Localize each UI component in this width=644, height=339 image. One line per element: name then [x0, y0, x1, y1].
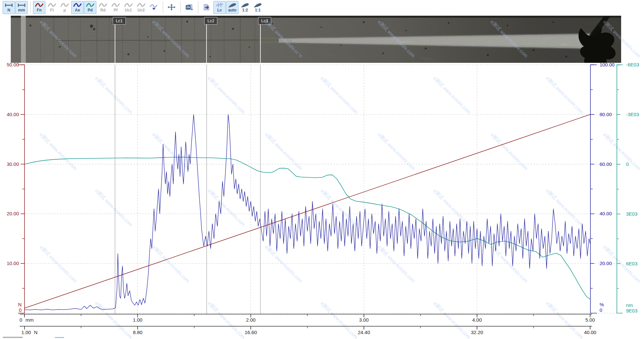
- toolbar-button-label: N: [8, 8, 10, 12]
- micrograph-image: [11, 16, 621, 63]
- toolbar-button-label: Ae: [75, 8, 80, 12]
- x-axis-distance-mm: 0mm1.002.003.004.005.00: [20, 314, 595, 323]
- svg-text:0: 0: [20, 317, 22, 323]
- toolbar-separator: [180, 1, 181, 13]
- svg-text:1.00: 1.00: [21, 330, 31, 335]
- toolbar-button-signal-fn[interactable]: Fn: [33, 1, 45, 14]
- toolbar-button-signal-ae[interactable]: Ae: [71, 1, 84, 14]
- toolbar-button-label: 1:1: [255, 8, 260, 12]
- stylus-icon: [254, 2, 262, 9]
- svg-text:0: 0: [626, 161, 629, 167]
- lc-marker-label-lc3[interactable]: Lc3: [258, 17, 271, 25]
- wave-icon: [60, 2, 69, 9]
- toolbar-button-chart-copy[interactable]: [183, 1, 195, 14]
- stylus-icon: [241, 2, 249, 9]
- toolbar-button-unit-n[interactable]: N: [3, 1, 15, 14]
- svg-text:mm: mm: [25, 317, 34, 323]
- svg-text:-3E03: -3E03: [626, 112, 639, 117]
- toolbar-button-signal-uc1[interactable]: Uc1: [122, 1, 135, 14]
- series-fn: [25, 115, 590, 308]
- svg-text:3E03: 3E03: [626, 211, 637, 217]
- svg-text:0: 0: [19, 307, 22, 313]
- toolbar-button-lc-markers[interactable]: Lc: [213, 1, 226, 14]
- toolbar-button-pan[interactable]: [165, 1, 178, 14]
- svg-text:60.00: 60.00: [600, 161, 612, 167]
- watermark-text: e测试 www.eceshi.com: [545, 188, 585, 228]
- toolbar-button-zoom-1-2[interactable]: 1:2: [239, 1, 251, 14]
- svg-text:4.00: 4.00: [472, 317, 482, 323]
- svg-text:8.80: 8.80: [133, 330, 142, 335]
- toolbar-button-export[interactable]: [201, 1, 213, 14]
- toolbar-button-label: μ: [63, 8, 66, 12]
- watermark-text: e测试 www.eceshi.com: [94, 75, 134, 115]
- svg-text:-6E03: -6E03: [626, 62, 639, 67]
- lc-marker-line-lc3[interactable]: [260, 24, 261, 63]
- toolbar-button-label: Uc2: [138, 8, 145, 12]
- watermark-text: e测试 www.eceshi.com: [376, 132, 416, 171]
- watermark-text: e测试 www.eceshi.com: [151, 132, 191, 171]
- series-pd: [25, 157, 590, 299]
- watermark-text: e测试 www.eceshi.com: [94, 300, 134, 339]
- svg-text:20.00: 20.00: [600, 260, 612, 266]
- toolbar-button-signal-mu[interactable]: μ: [58, 1, 71, 14]
- toolbar-button-label: Fn: [37, 8, 42, 12]
- toolbar-button-signal-select[interactable]: [148, 1, 160, 14]
- toolbar-button-label: Lc: [217, 8, 222, 12]
- watermark-text: e测试 www.eceshi.com: [151, 244, 191, 284]
- wave-icon: [73, 2, 82, 9]
- toolbar-button-signal-pf[interactable]: Pf: [109, 1, 122, 14]
- chart-copy-icon: [185, 4, 193, 10]
- toolbar-button-signal-ft[interactable]: Ft: [46, 1, 58, 14]
- svg-text:1.00: 1.00: [133, 317, 142, 323]
- watermark-text: e测试 www.eceshi.com: [489, 244, 529, 284]
- toolbar-button-label: Pd: [88, 8, 92, 12]
- pan-icon: [167, 4, 176, 10]
- watermark-text: e测试 www.eceshi.com: [264, 132, 304, 171]
- y-axis-right-percent: 100.0080.0060.0040.0020.00%0: [590, 62, 615, 313]
- toolbar-separator: [30, 1, 31, 13]
- horizontal-scrollbar-thumb[interactable]: [3, 337, 23, 338]
- svg-text:40.00: 40.00: [584, 330, 596, 335]
- toolbar-button-label: 1:2: [242, 8, 248, 12]
- toolbar-button-label: Pf: [114, 8, 118, 12]
- ruler-icon: [17, 2, 26, 9]
- toolbar: NmmFnFtμAePdRdPfUc1Uc2Lcauto1:21:1: [0, 0, 644, 15]
- toolbar-button-signal-uc2[interactable]: Uc2: [135, 1, 147, 14]
- export-icon: [203, 4, 211, 10]
- watermark-text: e测试 www.eceshi.com: [319, 188, 359, 228]
- svg-text:6E03: 6E03: [626, 261, 637, 266]
- wave-icon: [124, 2, 133, 9]
- svg-text:nm: nm: [626, 302, 633, 308]
- toolbar-button-signal-rd[interactable]: Rd: [97, 1, 109, 14]
- lc-critical-load-lines[interactable]: [115, 65, 260, 314]
- watermark-text: e测试 www.eceshi.com: [206, 75, 246, 115]
- x-axis-normal-force-n: 1.00N8.8016.6024.4032.2040.00: [20, 326, 596, 335]
- toolbar-button-zoom-auto[interactable]: auto: [226, 1, 239, 14]
- watermark-text: e测试 www.eceshi.com: [432, 75, 472, 115]
- wave-icon: [137, 2, 145, 9]
- svg-text:2.00: 2.00: [246, 317, 256, 323]
- svg-text:20.00: 20.00: [7, 211, 19, 216]
- lc-marker-label-lc1[interactable]: Lc1: [113, 17, 126, 25]
- toolbar-separator: [198, 1, 198, 13]
- svg-text:0: 0: [600, 307, 602, 313]
- wave-caret-icon: [150, 4, 158, 10]
- svg-text:N: N: [34, 330, 38, 335]
- watermark-text: e测试 www.eceshi.com: [38, 132, 78, 171]
- scratch-micrograph-panorama: Lc1Lc2Lc3: [11, 16, 621, 63]
- toolbar-button-unit-mm[interactable]: mm: [15, 1, 28, 14]
- lc-marker-line-lc1[interactable]: [115, 24, 115, 63]
- wave-icon: [86, 2, 94, 9]
- svg-text:80.00: 80.00: [600, 112, 612, 117]
- watermark-text: e测试 www.eceshi.com: [376, 244, 416, 284]
- lc-marker-label-lc2[interactable]: Lc2: [204, 17, 217, 25]
- wave-icon: [99, 2, 107, 9]
- watermark-text: e测试 www.eceshi.com: [319, 75, 359, 115]
- lc-marker-line-lc2[interactable]: [206, 24, 207, 63]
- y-axis-right-depth: -6E03-3E0303E036E03nm9E03: [617, 62, 639, 313]
- svg-text:24.40: 24.40: [358, 330, 370, 335]
- toolbar-button-zoom-1-1[interactable]: 1:1: [252, 1, 264, 14]
- toolbar-button-label: Ft: [50, 8, 54, 12]
- toolbar-button-signal-pd[interactable]: Pd: [84, 1, 96, 14]
- toolbar-button-label: auto: [228, 8, 236, 12]
